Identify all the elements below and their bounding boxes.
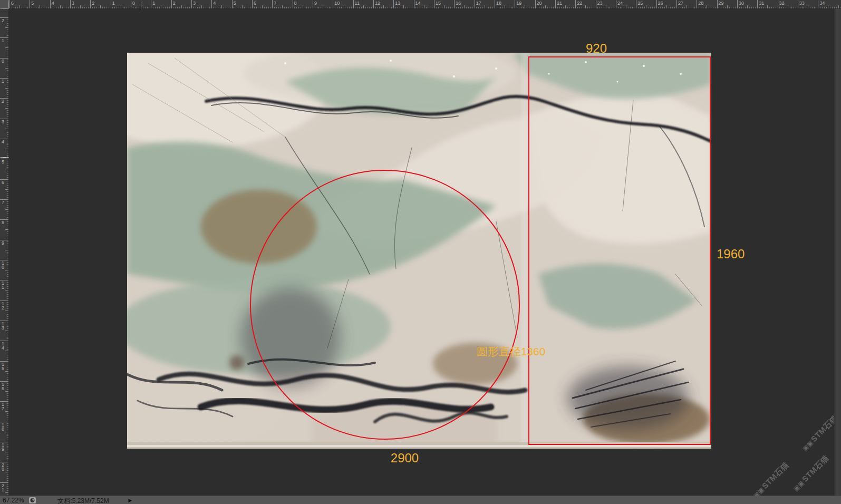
ruler-label: 23 xyxy=(597,1,603,6)
ruler-tick: 21 xyxy=(555,0,556,8)
ruler-label: 1 3 xyxy=(2,322,4,330)
ruler-label: 5 xyxy=(2,160,4,164)
ruler-tick: 0 xyxy=(0,58,8,59)
ruler-tick: 19 xyxy=(515,0,515,8)
ruler-label: 2 xyxy=(92,1,94,6)
ruler-tick: 3 xyxy=(0,119,8,119)
ruler-label: 6 xyxy=(11,1,14,6)
ruler-label: 30 xyxy=(739,1,744,6)
ruler-tick: 1 xyxy=(0,37,8,38)
ruler-tick: 2 1 xyxy=(0,482,8,483)
ruler-tick: 18 xyxy=(495,0,495,8)
ruler-tick: 2 xyxy=(90,0,91,8)
ruler-label: 20 xyxy=(537,1,542,6)
ruler-tick: 11 xyxy=(353,0,354,8)
ruler-label: 1 xyxy=(2,79,4,83)
ruler-tick: 5 xyxy=(30,0,30,8)
ruler-label: 8 xyxy=(2,220,4,225)
ruler-tick: 1 9 xyxy=(0,442,8,442)
ruler-label: 25 xyxy=(637,1,643,6)
ruler-tick: 1 3 xyxy=(0,321,8,321)
ruler-tick: 27 xyxy=(676,0,677,8)
ruler-label: 1 4 xyxy=(2,342,4,350)
ruler-tick: 2 xyxy=(0,17,8,18)
ruler-label: 12 xyxy=(375,1,380,6)
ruler-label: 1 xyxy=(2,38,4,43)
watermark-text: STM石猫 xyxy=(760,460,790,490)
ruler-label: 14 xyxy=(415,1,421,6)
document-status-icon xyxy=(29,497,36,503)
ruler-tick: 1 2 xyxy=(0,301,8,301)
ruler-label: 2 xyxy=(2,99,4,103)
ruler-tick: 7 xyxy=(0,199,8,200)
ruler-label: 1 5 xyxy=(2,362,4,371)
ruler-tick: 33 xyxy=(798,0,798,8)
ruler-tick: 4 xyxy=(0,139,8,139)
ruler-label: 1 6 xyxy=(2,382,4,391)
ruler-label: 0 xyxy=(132,1,135,6)
ruler-label: 9 xyxy=(2,241,4,245)
ruler-tick: 4 xyxy=(50,0,51,8)
ruler-origin-box[interactable] xyxy=(0,0,9,9)
ruler-tick: 1 xyxy=(0,78,8,79)
ruler-tick: 9 xyxy=(0,240,8,240)
ruler-label: 7 xyxy=(2,200,4,205)
ruler-label: 6 xyxy=(2,180,4,185)
ruler-tick: 1 8 xyxy=(0,422,8,422)
ruler-label: 28 xyxy=(698,1,703,6)
status-bar: 67.22% 文档:5.23M/7.52M ▶ xyxy=(0,496,841,504)
document-canvas[interactable]: 圆形直径1360 920 1960 2900 ▣▣STM石猫 ▣▣STM石猫 ▣… xyxy=(9,9,834,496)
ruler-tick: 6 xyxy=(9,0,10,8)
ruler-tick: 1 4 xyxy=(0,341,8,341)
ruler-label: 4 xyxy=(52,1,54,6)
ruler-label: 4 xyxy=(213,1,216,6)
ruler-tick: 3 xyxy=(191,0,192,8)
ruler-label: 3 xyxy=(193,1,196,6)
ruler-tick: 7 xyxy=(272,0,273,8)
ruler-tick: 9 xyxy=(313,0,313,8)
ruler-label: 34 xyxy=(819,1,825,6)
ruler-tick: 1 xyxy=(151,0,151,8)
ruler-label: 0 xyxy=(2,59,4,63)
ruler-label: 27 xyxy=(678,1,683,6)
status-expand-button[interactable]: ▶ xyxy=(127,497,134,504)
ruler-label: 10 xyxy=(334,1,340,6)
ruler-tick: 2 xyxy=(171,0,172,8)
ruler-label: 5 xyxy=(234,1,236,6)
ruler-label: 29 xyxy=(719,1,724,6)
ruler-tick: 5 xyxy=(0,159,8,159)
ruler-label: 17 xyxy=(476,1,481,6)
ruler-label: 4 xyxy=(2,140,4,144)
ruler-label: 2 1 xyxy=(2,483,4,492)
ruler-tick: 29 xyxy=(717,0,718,8)
ruler-label: 1 9 xyxy=(2,443,4,451)
vertical-ruler[interactable]: 2101234567891 01 11 21 31 41 51 61 71 81… xyxy=(0,9,9,496)
bottom-width-label: 2900 xyxy=(382,451,427,466)
ruler-tick: 10 xyxy=(333,0,333,8)
ruler-tick: 24 xyxy=(616,0,616,8)
ruler-label: 1 0 xyxy=(2,261,4,269)
ruler-label: 9 xyxy=(314,1,317,6)
ruler-tick: 8 xyxy=(293,0,293,8)
zoom-level-field[interactable]: 67.22% xyxy=(3,497,24,504)
marble-slab-photo[interactable]: 圆形直径1360 xyxy=(127,53,711,449)
ruler-label: 1 xyxy=(152,1,155,6)
ruler-tick: 22 xyxy=(575,0,576,8)
ruler-cursor-marker-horizontal xyxy=(141,0,141,9)
ruler-label: 21 xyxy=(557,1,562,6)
ruler-label: 2 0 xyxy=(2,463,4,471)
document-size-info[interactable]: 文档:5.23M/7.52M xyxy=(41,497,125,504)
vertical-scrollbar[interactable] xyxy=(834,9,841,496)
ruler-tick: 2 xyxy=(0,98,8,99)
ruler-tick: 26 xyxy=(656,0,657,8)
ruler-tick: 6 xyxy=(0,179,8,180)
ruler-label: 1 7 xyxy=(2,402,4,411)
ruler-label: 3 xyxy=(2,120,4,124)
ruler-tick: 1 1 xyxy=(0,280,8,280)
ruler-label: 1 1 xyxy=(2,281,4,289)
ruler-tick: 30 xyxy=(737,0,738,8)
horizontal-ruler[interactable]: 6543210123456789101112131415161718192021… xyxy=(9,0,841,9)
ruler-label: 16 xyxy=(456,1,461,6)
ruler-tick: 6 xyxy=(252,0,253,8)
ruler-tick: 2 0 xyxy=(0,462,8,462)
